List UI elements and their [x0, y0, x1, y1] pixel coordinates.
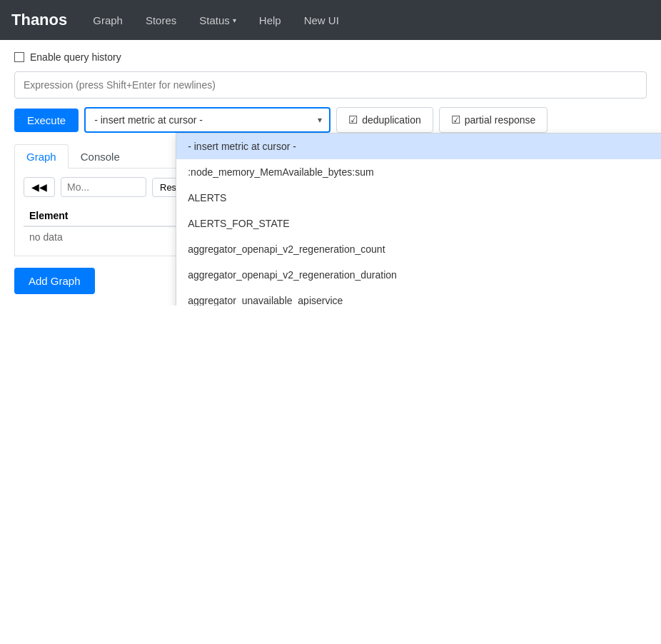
metric-dropdown-item[interactable]: - insert metric at cursor - — [176, 134, 661, 159]
execute-button[interactable]: Execute — [14, 109, 79, 132]
nav-link-graph[interactable]: Graph — [84, 9, 131, 32]
metric-dropdown-item[interactable]: aggregator_unavailable_apiservice — [176, 288, 661, 306]
partial-response-button[interactable]: ☑ partial response — [439, 107, 548, 133]
deduplication-check-icon: ☑ — [348, 114, 358, 126]
nav-dropdown-status[interactable]: Status ▾ — [191, 9, 245, 32]
nav-link-help[interactable]: Help — [251, 9, 290, 32]
metric-dropdown-item[interactable]: aggregator_openapi_v2_regeneration_durat… — [176, 262, 661, 288]
metric-dropdown-item[interactable]: ALERTS — [176, 185, 661, 211]
navbar: Thanos Graph Stores Status ▾ Help New UI — [0, 0, 661, 40]
add-graph-button[interactable]: Add Graph — [14, 268, 95, 294]
tab-console[interactable]: Console — [69, 144, 132, 168]
query-history-row: Enable query history — [14, 51, 647, 63]
nav-link-newui[interactable]: New UI — [296, 9, 348, 32]
deduplication-button[interactable]: ☑ deduplication — [336, 107, 433, 133]
expression-input[interactable] — [14, 71, 647, 99]
metric-dropdown[interactable]: - insert metric at cursor -:node_memory_… — [176, 133, 661, 306]
tab-graph[interactable]: Graph — [14, 144, 69, 168]
query-history-label[interactable]: Enable query history — [30, 51, 121, 63]
metric-select-wrapper[interactable]: - insert metric at cursor -:node_memory_… — [84, 107, 330, 133]
metric-select[interactable]: - insert metric at cursor -:node_memory_… — [86, 109, 329, 131]
back-button[interactable]: ◀◀ — [24, 177, 55, 197]
duration-input[interactable] — [61, 177, 146, 197]
metric-dropdown-item[interactable]: ALERTS_FOR_STATE — [176, 211, 661, 236]
metric-select-area: - insert metric at cursor -:node_memory_… — [84, 107, 330, 133]
status-dropdown-arrow-icon: ▾ — [233, 16, 236, 24]
deduplication-label: deduplication — [362, 114, 421, 126]
partial-response-label: partial response — [465, 114, 536, 126]
partial-response-check-icon: ☑ — [451, 114, 460, 126]
nav-link-stores[interactable]: Stores — [137, 9, 185, 32]
toolbar-row: Execute - insert metric at cursor -:node… — [14, 107, 647, 133]
navbar-brand[interactable]: Thanos — [11, 11, 67, 29]
metric-dropdown-item[interactable]: aggregator_openapi_v2_regeneration_count — [176, 236, 661, 262]
main-content: Enable query history Execute - insert me… — [0, 40, 661, 306]
metric-dropdown-item[interactable]: :node_memory_MemAvailable_bytes:sum — [176, 159, 661, 185]
query-history-checkbox[interactable] — [14, 52, 24, 62]
